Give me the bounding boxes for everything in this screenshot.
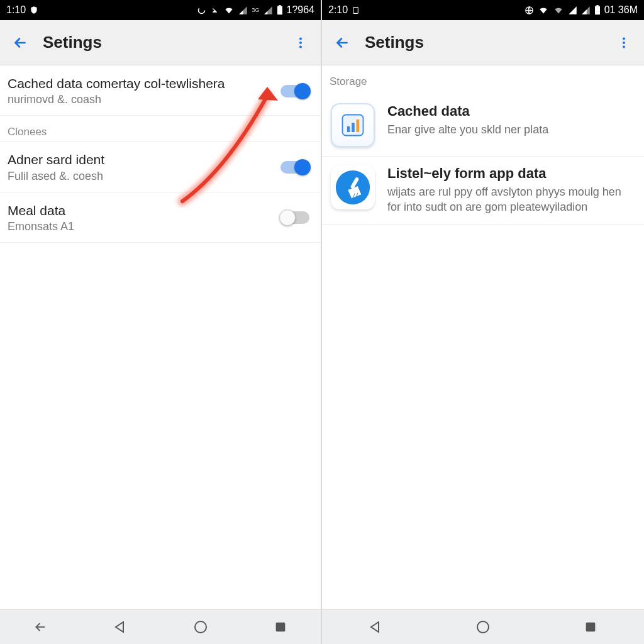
svg-point-5 [299,45,302,48]
battery-icon [594,5,601,15]
setting-cached-data[interactable]: Cached data comertay col-tewlishera nuri… [0,65,321,116]
setting-title: Cached data comertay col-tewlishera [8,75,274,92]
svg-rect-17 [347,126,350,132]
storage-chart-icon [331,103,375,147]
svg-rect-8 [276,622,286,631]
svg-point-24 [477,621,489,633]
status-battery-label: 1?964 [287,4,315,16]
page-title: Setings [365,33,613,52]
toggle-meal-data[interactable] [280,211,309,224]
nav-bar [0,609,321,644]
status-time: 1:10 [6,4,26,16]
nav-recents-button[interactable] [262,614,299,640]
setting-adner[interactable]: Adner sard ident Fulil ased &. coesh [0,141,321,192]
nav-back-button[interactable] [101,614,139,640]
battery-icon [277,5,283,15]
svg-rect-11 [595,6,600,15]
section-label-storage: Storage [322,65,644,94]
nav-home-button[interactable] [182,614,219,640]
signal-icon [238,6,248,15]
svg-point-14 [623,41,625,43]
setting-sub: Emonsats A1 [8,220,274,233]
nav-extra-back-button[interactable] [21,614,59,640]
nav-recents-button[interactable] [572,614,609,640]
setting-title: Adner sard ident [8,152,274,168]
storage-app-data[interactable]: Listel~ely form app data wijats are rul … [322,157,644,225]
app-bar: Setings [0,20,321,65]
signal2-icon: 3G [252,7,259,13]
no-data-icon [210,6,219,15]
signal2-icon [581,6,591,15]
section-label-clonees: Clonees [0,116,321,141]
card-icon [352,6,360,15]
app-bar: Setings [322,20,644,65]
svg-rect-2 [279,5,280,6]
spinner-icon [197,6,206,15]
svg-rect-18 [352,123,355,132]
overflow-menu-button[interactable] [613,31,635,54]
storage-sub: wijats are rul ppy off avslyton phyys mo… [387,184,635,215]
svg-rect-9 [353,7,358,13]
globe-icon [525,6,534,15]
svg-point-4 [299,41,302,43]
storage-title: Cached data [387,103,635,119]
svg-point-0 [199,7,205,13]
wifi2-icon [553,6,564,15]
overflow-menu-button[interactable] [289,31,312,54]
toggle-adner[interactable] [280,161,309,174]
phone-left: 1:10 3G 1?964 [0,0,322,644]
setting-title: Meal data [8,203,274,219]
nav-bar [322,609,644,644]
toggle-cached-data[interactable] [280,85,309,97]
svg-rect-19 [357,119,360,132]
setting-meal-data[interactable]: Meal data Emonsats A1 [0,192,321,243]
back-button[interactable] [9,31,31,54]
svg-rect-1 [277,6,282,15]
storage-cached-data[interactable]: Cached data Enar give alte you skld ner … [322,94,644,157]
nav-home-button[interactable] [464,614,502,640]
signal3-icon [264,6,273,15]
back-button[interactable] [331,31,353,54]
setting-sub: Fulil ased &. coesh [8,170,274,183]
svg-point-13 [623,37,625,40]
wifi-icon [538,6,549,15]
svg-rect-25 [586,622,595,631]
shield-icon [30,6,38,14]
storage-title: Listel~ely form app data [387,165,635,182]
svg-point-7 [195,621,206,633]
page-title: Setings [43,33,289,52]
svg-point-15 [623,45,625,48]
status-time: 2:10 [328,4,348,16]
storage-list: Storage Cached data Enar give alte you s… [322,65,644,609]
svg-point-3 [299,37,302,40]
status-bar: 1:10 3G 1?964 [0,0,321,20]
wifi-icon [223,6,235,15]
settings-list: Cached data comertay col-tewlishera nuri… [0,65,321,609]
nav-back-button[interactable] [357,614,394,640]
svg-rect-12 [596,5,598,6]
signal-icon [568,6,577,15]
storage-sub: Enar give alte you skld ner plata [387,122,635,137]
storage-broom-icon [331,165,375,209]
phone-right: 2:10 01 36M [322,0,644,644]
status-battery-label: 01 36M [604,4,638,16]
setting-sub: nurimovd &. coash [8,93,274,106]
status-bar: 2:10 01 36M [322,0,644,20]
